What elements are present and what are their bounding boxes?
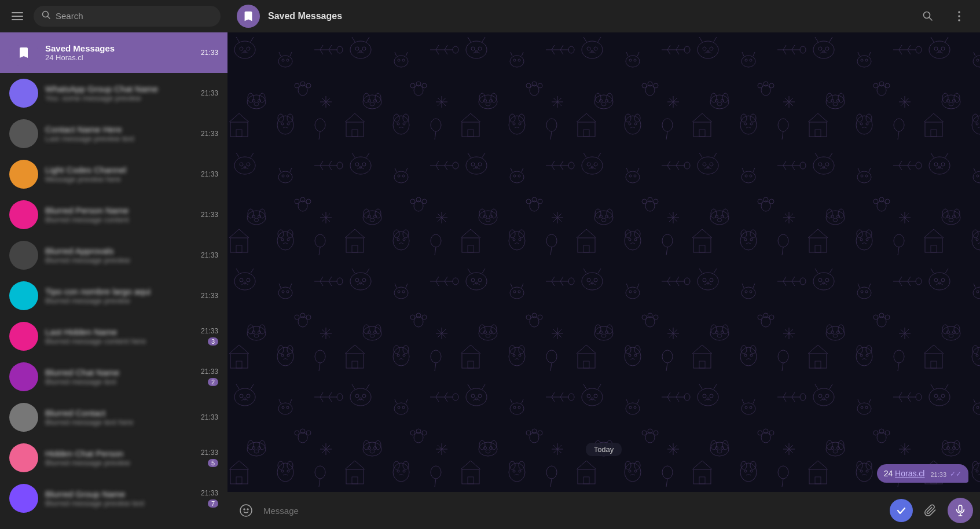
search-icon [42,10,51,22]
chat-info: Blurred Contact Blurred message text her… [45,408,194,427]
chat-info: Blurred Approvals Blurred message previe… [45,246,194,264]
chat-meta: 21:33 [201,211,218,219]
avatar [9,281,38,310]
avatar [9,200,38,229]
svg-point-8 [958,15,960,17]
chat-item[interactable]: Light Codes Channel Message preview here… [0,154,227,194]
avatar [9,484,38,513]
sidebar: Search Saved Messages 24 Horas.cl 21:33 … [0,0,227,529]
input-bar [227,492,980,529]
avatar [9,362,38,391]
chat-meta: 21:33 [201,49,218,57]
chat-meta: 21:33 [201,130,218,138]
chat-name: Last Hidden Name [45,327,194,337]
chat-item-saved[interactable]: Saved Messages 24 Horas.cl 21:33 [0,32,227,73]
chat-preview: Blurred message preview [45,256,194,264]
header-search-button[interactable] [916,5,939,28]
menu-icon[interactable] [7,6,28,27]
chat-name: Blurred Approvals [45,246,194,256]
sidebar-header: Search [0,0,227,32]
chat-item[interactable]: Contact Name Here Last message preview t… [0,113,227,154]
chat-time: 21:33 [201,49,218,57]
chat-time: 21:33 [201,449,218,457]
unread-badge: 2 [208,378,218,386]
chat-info: Blurred Person Name Blurred message cont… [45,205,194,224]
chat-preview: Blurred message preview [45,296,194,305]
message-ticks: ✓✓ [950,470,961,478]
unread-badge: 5 [208,459,218,467]
svg-rect-54 [227,32,980,492]
message-time: 21:33 [930,471,946,478]
chat-item[interactable]: Last Hidden Name Blurred message content… [0,316,227,357]
svg-point-9 [958,19,960,21]
message-link[interactable]: Horas.cl [895,469,924,478]
chat-info: Blurred Chat Name Blurred message text [45,368,194,386]
chat-item[interactable]: Blurred Approvals Blurred message previe… [0,235,227,275]
avatar [9,322,38,351]
message-link-prefix: 24 [884,469,895,478]
chat-meta: 21:33 [201,292,218,300]
chat-name: Light Codes Channel [45,165,194,175]
chat-info: WhatsApp Group Chat Name You: some messa… [45,84,194,102]
chat-item[interactable]: WhatsApp Group Chat Name You: some messa… [0,73,227,113]
chat-info: Contact Name Here Last message preview t… [45,124,194,143]
chat-name: Hidden Chat Person [45,449,194,458]
chat-preview: Blurred message content here [45,337,194,346]
message-text: 24 Horas.cl [884,469,925,478]
attach-button[interactable] [919,499,942,522]
chat-preview: Blurred message preview text [45,499,194,508]
chat-meta: 21:33 [201,413,218,421]
svg-line-6 [930,18,933,21]
chat-meta: 21:33 [201,89,218,97]
chat-name: WhatsApp Group Chat Name [45,84,194,94]
chat-preview: Last message preview text [45,134,194,143]
unread-badge: 7 [208,499,218,508]
svg-line-4 [48,16,50,19]
chat-time: 21:33 [201,251,218,259]
chat-panel: Saved Messages [227,0,980,529]
avatar [9,38,38,67]
chat-item[interactable]: Blurred Group Name Blurred message previ… [0,478,227,519]
svg-point-7 [958,11,960,13]
confirm-button[interactable] [890,499,913,522]
chat-meta: 21:33 [201,170,218,178]
chat-item[interactable]: Blurred Person Name Blurred message cont… [0,194,227,235]
chat-info: Hidden Chat Person Blurred message previ… [45,449,194,467]
avatar [9,160,38,189]
chat-preview: Message preview here [45,175,194,183]
chat-list: Saved Messages 24 Horas.cl 21:33 WhatsAp… [0,32,227,529]
mic-button[interactable] [948,498,973,523]
message-input[interactable] [263,499,884,522]
today-badge: Today [586,443,622,456]
chat-item[interactable]: Blurred Chat Name Blurred message text 2… [0,357,227,397]
svg-rect-2 [12,19,23,20]
chat-preview: Blurred message text here [45,418,194,427]
chat-time: 21:33 [201,327,218,335]
chat-item[interactable]: Hidden Chat Person Blurred message previ… [0,438,227,478]
header-menu-button[interactable] [948,5,971,28]
background-pattern [227,32,980,492]
avatar [9,79,38,108]
svg-point-57 [247,509,248,510]
chat-preview: Blurred message preview [45,458,194,467]
chat-item[interactable]: Tipo con nombre largo aqui Blurred messa… [0,275,227,316]
unread-badge: 3 [208,337,218,346]
chat-preview: You: some message preview [45,94,194,102]
chat-time: 21:33 [201,292,218,300]
chat-info: Last Hidden Name Blurred message content… [45,327,194,346]
messages-area: Today 24 Horas.cl 21:33 ✓✓ [227,443,980,492]
chat-meta: 21:33 5 [201,449,218,467]
search-bar[interactable]: Search [34,6,221,27]
chat-name: Contact Name Here [45,124,194,134]
emoji-button[interactable] [234,499,258,522]
message-bubble: 24 Horas.cl 21:33 ✓✓ [877,464,968,483]
chat-time: 21:33 [201,368,218,376]
chat-meta: 21:33 2 [201,368,218,386]
chat-item[interactable]: Blurred Contact Blurred message text her… [0,397,227,438]
chat-info: Blurred Group Name Blurred message previ… [45,489,194,508]
chat-preview: Blurred message content [45,215,194,224]
svg-point-56 [244,509,245,510]
chat-preview: Blurred message text [45,377,194,386]
avatar [9,241,38,270]
chat-time: 21:33 [201,89,218,97]
